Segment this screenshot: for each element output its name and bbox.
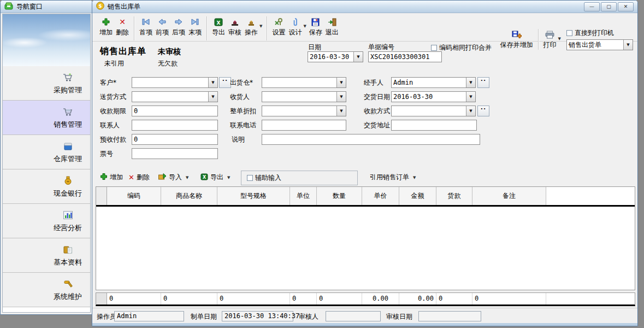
- payment-method-select[interactable]: ▼: [391, 106, 476, 116]
- delete-x-icon: ✕: [128, 173, 134, 181]
- window-bottom-frame: [92, 323, 637, 326]
- delivery-date-select[interactable]: 2016-03-30 ▼: [391, 91, 476, 102]
- discount-select[interactable]: ▼: [262, 106, 346, 116]
- prev-button[interactable]: 前项: [154, 16, 170, 38]
- window-controls: — ▢ ✕: [584, 2, 634, 11]
- grid-header: 编码 商品名称 型号规格 单位 数量 单价 金额 货款 备注: [96, 187, 635, 207]
- export-button[interactable]: X 导出: [210, 16, 227, 38]
- created-value: 2016-03-30 13:40:37: [222, 311, 293, 321]
- add-button[interactable]: 增加: [98, 16, 114, 38]
- operate-stamp-icon: [247, 16, 256, 27]
- merge-print-option[interactable]: 编码相同打印合并: [431, 43, 492, 52]
- contact-input[interactable]: [132, 120, 218, 131]
- handler-browse-button[interactable]: ··: [477, 77, 489, 88]
- add-icon: [102, 16, 110, 27]
- header-cell-unit: 单位: [290, 187, 317, 205]
- debt-status: 无欠款: [158, 59, 178, 68]
- created-label: 制单日期: [191, 312, 217, 321]
- sidebar-item-analysis[interactable]: 经营分析: [3, 204, 90, 238]
- payment-method-browse-button[interactable]: ··: [477, 106, 489, 116]
- coin-icon: $: [96, 2, 104, 11]
- docno-input[interactable]: XSC201603300301: [368, 51, 442, 62]
- total-remark: 0: [472, 293, 546, 304]
- assist-input-checkbox[interactable]: [247, 175, 253, 181]
- operate-dropdown-arrow[interactable]: ▼: [259, 24, 262, 28]
- contact-phone-label: 联系电话: [230, 120, 256, 131]
- handler-select[interactable]: Admin ▼: [391, 77, 476, 88]
- prepayment-input[interactable]: 0: [132, 134, 218, 145]
- import-dropdown-arrow[interactable]: ▼: [186, 175, 188, 180]
- svg-text:X: X: [203, 175, 206, 180]
- grid-delete-button[interactable]: ✕ 删除: [128, 173, 150, 182]
- sidebar-item-maintenance[interactable]: 系统维护: [3, 273, 90, 307]
- audit-date-label: 审核日期: [386, 312, 412, 321]
- header-cell-code: 编码: [107, 187, 161, 205]
- settings-button[interactable]: 设置: [270, 16, 287, 38]
- next-button[interactable]: 后项: [170, 16, 187, 38]
- note-input[interactable]: [262, 134, 480, 145]
- sidebar-item-label: 销售管理: [54, 120, 82, 130]
- ref-status: 未引用: [104, 59, 124, 68]
- delivery-address-label: 交货地址: [364, 120, 390, 131]
- ref-sales-order-button[interactable]: 引用销售订单 ▼: [370, 173, 416, 182]
- audit-button[interactable]: 审核: [227, 16, 243, 38]
- direct-to-printer-option[interactable]: 直接到打印机: [566, 28, 633, 38]
- ticket-no-input[interactable]: [132, 148, 218, 159]
- sales-cart-icon: [63, 106, 73, 116]
- save-and-add-button[interactable]: 保存并增加: [499, 28, 535, 50]
- nav-window: 导航窗口 采购管理 销售管理 仓库管理 现金银行 经营分析: [0, 0, 93, 315]
- close-button[interactable]: ✕: [618, 2, 634, 11]
- minimize-button[interactable]: —: [584, 2, 600, 11]
- grid-export-button[interactable]: X 导出 ▼: [200, 173, 230, 182]
- sidebar-item-purchase[interactable]: 采购管理: [3, 66, 90, 101]
- sidebar-item-label: 基本资料: [54, 257, 82, 267]
- merge-print-checkbox[interactable]: [431, 45, 437, 51]
- print-template-select[interactable]: 销售出货单 ▼: [566, 39, 633, 50]
- export-dropdown-arrow[interactable]: ▼: [227, 175, 230, 180]
- delivery-method-select[interactable]: ▼: [132, 91, 218, 102]
- discount-label: 整单折扣: [230, 106, 256, 116]
- maximize-button[interactable]: ▢: [601, 2, 617, 11]
- header-cell-name: 商品名称: [161, 187, 217, 205]
- status-bar: 操作员 Admin 制单日期 2016-03-30 13:40:37 审核人 审…: [92, 308, 637, 324]
- header-cell-remark: 备注: [472, 187, 546, 205]
- assist-input-option[interactable]: 辅助输入: [247, 173, 281, 183]
- design-button[interactable]: 设计: [287, 16, 303, 38]
- first-arrow-icon: [141, 16, 150, 27]
- grid-body[interactable]: [96, 208, 635, 290]
- design-dropdown-arrow[interactable]: ▼: [303, 24, 306, 28]
- header-cell-amount: 金额: [399, 187, 436, 205]
- sidebar-item-basicdata[interactable]: 基本资料: [3, 238, 90, 273]
- delete-button[interactable]: ✕ 删除: [114, 16, 131, 38]
- delivery-address-input[interactable]: [391, 120, 477, 131]
- header-cell-price: 单价: [362, 187, 399, 205]
- print-dropdown-arrow[interactable]: ▼: [558, 37, 561, 41]
- sidebar-item-cashbank[interactable]: 现金银行: [3, 169, 90, 204]
- date-select[interactable]: 2016-03-30 ▼: [308, 51, 363, 62]
- grid-add-button[interactable]: 增加: [100, 173, 123, 182]
- customer-browse-button[interactable]: ··: [219, 77, 231, 88]
- save-button[interactable]: 保存: [308, 16, 324, 38]
- direct-to-printer-checkbox[interactable]: [566, 30, 572, 36]
- operate-button[interactable]: 操作: [243, 16, 259, 38]
- last-button[interactable]: 末项: [187, 16, 203, 38]
- exit-button[interactable]: 退出: [324, 16, 340, 38]
- moneybag-icon: [64, 175, 72, 185]
- docno-label: 单据编号: [368, 42, 394, 52]
- contact-phone-input[interactable]: [262, 120, 346, 131]
- sidebar-item-sales[interactable]: 销售管理: [3, 101, 90, 135]
- warehouse-select[interactable]: ▼: [262, 77, 346, 88]
- nav-titlebar: 导航窗口: [1, 1, 92, 13]
- print-button[interactable]: 打印: [542, 28, 558, 50]
- sidebar-item-label: 经营分析: [54, 223, 82, 233]
- receiver-select[interactable]: ▼: [262, 91, 346, 102]
- svg-text:X: X: [217, 20, 221, 25]
- first-button[interactable]: 首项: [138, 16, 154, 38]
- sidebar-item-warehouse[interactable]: 仓库管理: [3, 135, 90, 169]
- svg-text:$: $: [98, 3, 102, 9]
- grid-import-button[interactable]: 导入 ▼: [158, 173, 188, 182]
- payment-term-input[interactable]: 0: [132, 106, 218, 116]
- customer-select[interactable]: ▼: [132, 77, 218, 88]
- nav-window-icon: [4, 2, 13, 11]
- toolbar-separator: [267, 16, 267, 40]
